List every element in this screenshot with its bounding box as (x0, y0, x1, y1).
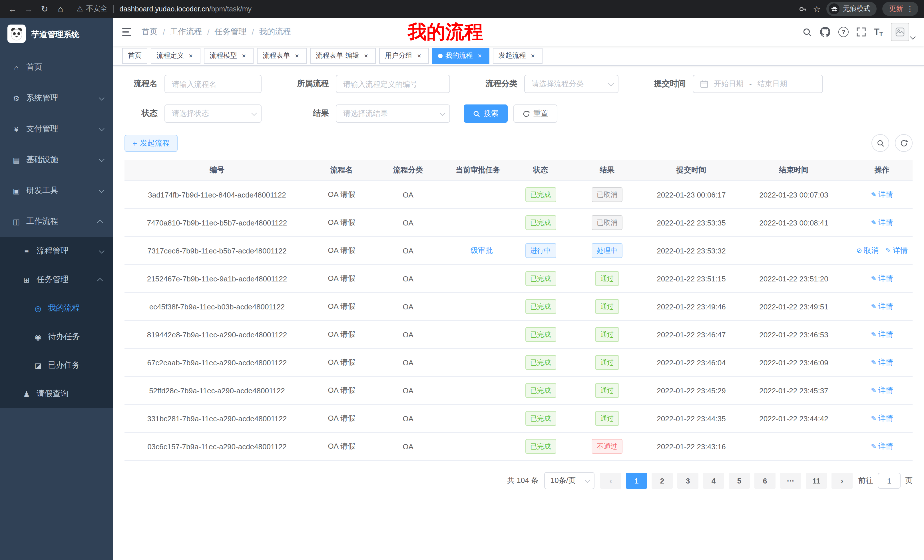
tab-process-form-edit[interactable]: 流程表单-编辑× (310, 48, 376, 64)
cancel-link[interactable]: ⊘取消 (856, 246, 879, 256)
sidebar-item-process-mgmt[interactable]: ≡流程管理 (0, 237, 113, 265)
sidebar-item-workflow[interactable]: ◫工作流程 (0, 206, 113, 237)
sidebar-item-payment-mgmt[interactable]: ¥支付管理 (0, 114, 113, 144)
detail-link[interactable]: ✎详情 (871, 301, 893, 312)
tab-my-process[interactable]: 我的流程× (432, 48, 489, 64)
sidebar-item-dev-tools[interactable]: ▣研发工具 (0, 175, 113, 206)
detail-link[interactable]: ✎详情 (885, 246, 908, 256)
breadcrumb-item[interactable]: 首页 (142, 27, 158, 37)
reset-button[interactable]: 重置 (513, 105, 557, 123)
chevron-up-icon (97, 278, 103, 283)
sidebar-item-task-mgmt[interactable]: ⊞任务管理 (0, 265, 113, 294)
refresh-icon[interactable] (895, 134, 913, 152)
tab-home[interactable]: 首页 (122, 48, 147, 64)
browser-menu-button[interactable]: 更新 ⋮ (882, 2, 918, 16)
detail-link[interactable]: ✎详情 (871, 273, 893, 284)
search-icon[interactable] (802, 27, 812, 37)
page-button-1[interactable]: 1 (626, 473, 647, 489)
tab-process-definition[interactable]: 流程定义× (151, 48, 201, 64)
update-label[interactable]: 更新 (889, 4, 903, 14)
sidebar-item-infrastructure[interactable]: ▤基础设施 (0, 144, 113, 175)
actions-cell: ⊘取消✎详情 (852, 237, 913, 265)
sidebar-item-leave-query[interactable]: ♟请假查询 (0, 380, 113, 408)
process-name-input[interactable] (165, 75, 261, 93)
tab-close-icon[interactable]: × (293, 52, 301, 60)
sidebar-item-my-process[interactable]: ◎我的流程 (0, 294, 113, 322)
status-badge: 已完成 (525, 271, 556, 286)
search-button[interactable]: 搜索 (464, 105, 508, 123)
page-size-select[interactable]: 10条/页 (544, 472, 594, 489)
detail-link[interactable]: ✎详情 (871, 413, 893, 424)
tab-close-icon[interactable]: × (240, 52, 248, 60)
cancel-icon: ⊘ (856, 247, 862, 255)
back-icon[interactable]: ← (6, 2, 20, 16)
tab-close-icon[interactable]: × (529, 52, 537, 60)
user-avatar[interactable] (891, 23, 915, 41)
detail-link[interactable]: ✎详情 (871, 357, 893, 368)
breadcrumb-item[interactable]: 工作流程 (170, 27, 202, 37)
bookmark-star-icon[interactable]: ☆ (813, 4, 820, 14)
sidebar-item-system-mgmt[interactable]: ⚙系统管理 (0, 83, 113, 114)
reload-icon[interactable]: ↻ (38, 2, 51, 16)
detail-link[interactable]: ✎详情 (871, 441, 893, 452)
address-bar[interactable]: ⚠ 不安全 dashboard.yudao.iocoder.cn/bpm/tas… (76, 4, 252, 14)
category-select[interactable]: 请选择流程分类 (524, 75, 618, 93)
tab-label: 发起流程 (498, 51, 526, 60)
sidebar-item-todo-tasks[interactable]: ◉待办任务 (0, 322, 113, 351)
help-icon[interactable]: ? (838, 27, 849, 37)
process-name-cell: OA 请假 (309, 349, 374, 376)
process-definition-input[interactable] (336, 75, 450, 93)
app-logo[interactable]: 芋道管理系统 (0, 18, 113, 52)
more-pages-button[interactable]: ··· (780, 473, 801, 489)
browser-home-icon[interactable]: ⌂ (54, 2, 68, 16)
tab-process-model[interactable]: 流程模型× (204, 48, 254, 64)
result-cell: 通过 (568, 265, 646, 293)
detail-link[interactable]: ✎详情 (871, 217, 893, 228)
forward-icon[interactable]: → (22, 2, 35, 16)
tab-process-form[interactable]: 流程表单× (257, 48, 307, 64)
page-button-2[interactable]: 2 (652, 473, 673, 489)
tab-close-icon[interactable]: × (362, 52, 370, 60)
end-date-placeholder[interactable]: 结束日期 (758, 79, 787, 89)
status-select[interactable]: 请选择状态 (165, 105, 261, 123)
url-path[interactable]: /bpm/task/my (209, 5, 252, 13)
tab-start-process[interactable]: 发起流程× (493, 48, 543, 64)
sidebar-item-done-tasks[interactable]: ◪已办任务 (0, 351, 113, 380)
page-button-3[interactable]: 3 (677, 473, 698, 489)
detail-icon: ✎ (871, 386, 877, 394)
goto-page-input[interactable] (878, 473, 901, 489)
tab-close-icon[interactable]: × (187, 52, 195, 60)
fullscreen-icon[interactable] (856, 27, 866, 36)
detail-link[interactable]: ✎详情 (871, 329, 893, 340)
key-icon[interactable] (798, 4, 807, 13)
tab-user-group[interactable]: 用户分组× (379, 48, 429, 64)
detail-link[interactable]: ✎详情 (871, 190, 893, 200)
hamburger-icon[interactable] (122, 27, 132, 36)
process-id-cell: 7470a810-7b9b-11ec-b5b7-acde48001122 (124, 209, 309, 237)
tab-close-icon[interactable]: × (476, 52, 484, 60)
github-icon[interactable] (820, 27, 830, 37)
current-task-link[interactable]: 一级审批 (463, 246, 493, 256)
prev-page-button[interactable]: ‹ (600, 473, 621, 489)
create-process-button[interactable]: + 发起流程 (124, 135, 178, 151)
page-button-5[interactable]: 5 (729, 473, 750, 489)
sidebar-item-home[interactable]: ⌂首页 (0, 52, 113, 83)
result-select[interactable]: 请选择流结果 (336, 105, 450, 123)
next-page-button[interactable]: › (831, 473, 853, 489)
breadcrumb-item[interactable]: 任务管理 (215, 27, 247, 37)
font-size-icon[interactable]: TT (874, 27, 883, 37)
start-date-placeholder[interactable]: 开始日期 (714, 79, 744, 89)
page-button-6[interactable]: 6 (754, 473, 776, 489)
detail-link[interactable]: ✎详情 (871, 385, 893, 395)
submit-time-range[interactable]: 开始日期 - 结束日期 (693, 75, 823, 93)
page-button-4[interactable]: 4 (703, 473, 724, 489)
detail-label: 详情 (878, 217, 893, 228)
page-button-11[interactable]: 11 (806, 473, 827, 489)
security-label[interactable]: 不安全 (86, 4, 107, 14)
url-host[interactable]: dashboard.yudao.iocoder.cn (119, 5, 209, 13)
toggle-search-icon[interactable] (872, 134, 889, 152)
result-placeholder: 请选择流结果 (343, 108, 388, 119)
kebab-menu-icon[interactable]: ⋮ (906, 5, 914, 13)
tab-close-icon[interactable]: × (415, 52, 423, 60)
date-range-separator: - (749, 79, 752, 88)
